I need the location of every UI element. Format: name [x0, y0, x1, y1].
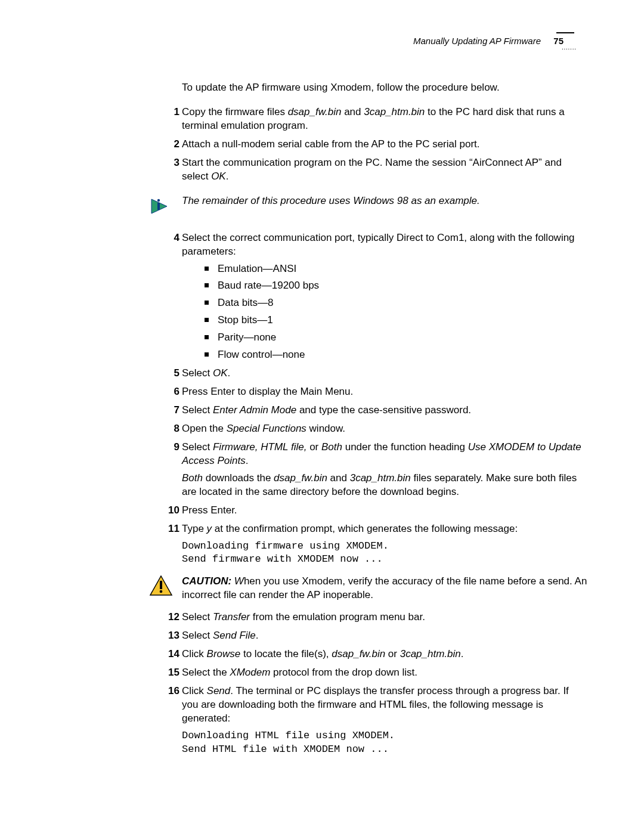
header-dots: . . . . . . .	[562, 44, 575, 51]
info-note: The remainder of this procedure uses Win…	[57, 194, 587, 218]
step-15: 15 Select the XModem protocol from the d…	[182, 666, 587, 680]
step-number: 14	[168, 648, 179, 661]
step-text: Click Send. The terminal or PC displays …	[182, 685, 569, 724]
svg-rect-1	[157, 203, 160, 210]
step-9: 9 Select Firmware, HTML file, or Both un…	[182, 441, 587, 499]
step-number: 15	[168, 666, 179, 680]
svg-point-5	[160, 590, 163, 593]
step-text: Open the Special Functions window.	[182, 423, 345, 434]
step-number: 2	[168, 138, 179, 151]
svg-point-2	[157, 199, 160, 201]
step-text: Select Firmware, HTML file, or Both unde…	[182, 441, 581, 466]
step-12: 12 Select Transfer from the emulation pr…	[182, 611, 587, 624]
body-content: To update the AP firmware using Xmodem, …	[182, 81, 587, 757]
bullet-item: Stop bits—1	[205, 314, 587, 327]
svg-rect-4	[160, 581, 162, 589]
step-text: Select Enter Admin Mode and type the cas…	[182, 404, 471, 416]
step-text: Press Enter to display the Main Menu.	[182, 386, 353, 397]
header-section-title: Manually Updating AP Firmware	[413, 36, 541, 46]
step-text: Select Send File.	[182, 630, 259, 641]
header-rule	[556, 32, 574, 33]
step-2: 2 Attach a null-modem serial cable from …	[182, 138, 587, 151]
step-number: 10	[168, 504, 179, 518]
step-number: 9	[168, 441, 179, 454]
caution-note: CAUTION: When you use Xmodem, verify the…	[57, 575, 587, 602]
step-14: 14 Click Browse to locate the file(s), d…	[182, 648, 587, 661]
bullet-item: Data bits—8	[205, 296, 587, 310]
caution-label: CAUTION:	[182, 575, 234, 587]
code-block-1: Downloading firmware using XMODEM. Send …	[182, 540, 587, 567]
step-4: 4 Select the correct communication port,…	[182, 231, 587, 363]
caution-text: CAUTION: When you use Xmodem, verify the…	[182, 575, 587, 602]
procedure-list-2: 4 Select the correct communication port,…	[182, 231, 587, 567]
step-10: 10 Press Enter.	[182, 504, 587, 518]
step-8: 8 Open the Special Functions window.	[182, 422, 587, 436]
step-number: 16	[168, 685, 179, 698]
step-text: Click Browse to locate the file(s), dsap…	[182, 648, 464, 659]
step-number: 8	[168, 422, 179, 436]
info-arrow-icon	[149, 194, 173, 218]
step-7: 7 Select Enter Admin Mode and type the c…	[182, 404, 587, 417]
step-text: Select the XModem protocol from the drop…	[182, 667, 417, 678]
procedure-list-3: 12 Select Transfer from the emulation pr…	[182, 611, 587, 756]
step-11: 11 Type y at the confirmation prompt, wh…	[182, 522, 587, 567]
step-text: Press Enter.	[182, 504, 237, 516]
page-header: Manually Updating AP Firmware 75 . . . .…	[57, 36, 587, 60]
caution-triangle-icon	[149, 575, 173, 596]
step-text: Select the correct communication port, t…	[182, 232, 575, 257]
info-note-text: The remainder of this procedure uses Win…	[182, 194, 587, 208]
step-3: 3 Start the communication program on the…	[182, 156, 587, 184]
bullet-item: Baud rate—19200 bps	[205, 279, 587, 293]
step-number: 4	[168, 231, 179, 245]
step-6: 6 Press Enter to display the Main Menu.	[182, 385, 587, 399]
bullet-item: Emulation—ANSI	[205, 262, 587, 276]
step-text: Select OK.	[182, 367, 230, 379]
step-text: Attach a null-modem serial cable from th…	[182, 138, 480, 150]
step-text: Start the communication program on the P…	[182, 157, 562, 182]
step-number: 3	[168, 156, 179, 170]
step-number: 12	[168, 611, 179, 624]
code-block-2: Downloading HTML file using XMODEM. Send…	[182, 729, 587, 757]
step-1: 1 Copy the firmware files dsap_fw.bin an…	[182, 106, 587, 133]
step-number: 11	[168, 522, 179, 536]
intro-text: To update the AP firmware using Xmodem, …	[182, 81, 587, 95]
procedure-list: 1 Copy the firmware files dsap_fw.bin an…	[182, 106, 587, 184]
step-text: Select Transfer from the emulation progr…	[182, 611, 425, 623]
step-16: 16 Click Send. The terminal or PC displa…	[182, 685, 587, 757]
step-4-bullets: Emulation—ANSI Baud rate—19200 bps Data …	[205, 262, 587, 363]
bullet-item: Flow control—none	[205, 348, 587, 362]
step-9-subnote: Both downloads the dsap_fw.bin and 3cap_…	[182, 472, 587, 499]
step-number: 13	[168, 629, 179, 643]
page: Manually Updating AP Firmware 75 . . . .…	[0, 0, 644, 833]
step-text: Copy the firmware files dsap_fw.bin and …	[182, 106, 565, 131]
step-5: 5 Select OK.	[182, 367, 587, 380]
step-number: 7	[168, 404, 179, 417]
bullet-item: Parity—none	[205, 331, 587, 345]
step-number: 5	[168, 367, 179, 380]
step-13: 13 Select Send File.	[182, 629, 587, 643]
step-number: 6	[168, 385, 179, 399]
step-text: Type y at the confirmation prompt, which…	[182, 523, 518, 534]
step-number: 1	[168, 106, 179, 119]
